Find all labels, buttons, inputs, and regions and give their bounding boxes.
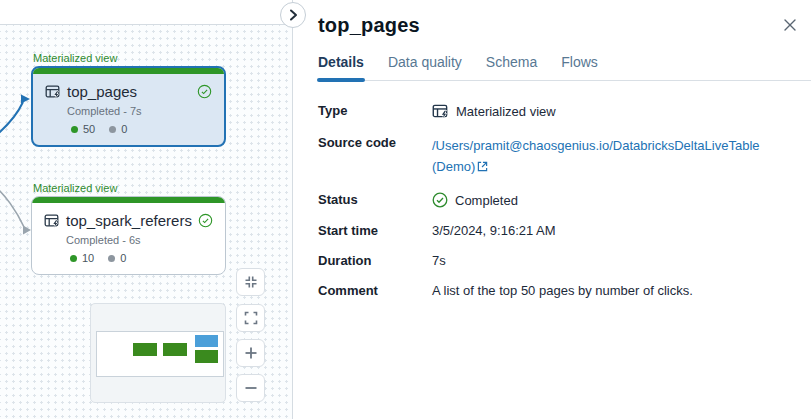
details-list: Type Materialized view Source code bbox=[318, 103, 811, 298]
gray-dot-icon bbox=[109, 126, 116, 133]
node-metric-written: 10 bbox=[70, 252, 94, 264]
external-link-icon bbox=[477, 161, 488, 172]
tab-flows[interactable]: Flows bbox=[561, 54, 598, 80]
graph-node-top-spark-referers[interactable]: top_spark_referers Completed - 6s 10 bbox=[31, 196, 226, 275]
minimap-viewport[interactable] bbox=[96, 331, 224, 377]
check-circle-icon bbox=[432, 192, 448, 208]
minimap-node-selected bbox=[195, 335, 218, 347]
dlt-pipeline-window: Materialized view top_pages bbox=[0, 0, 811, 419]
node-metric-dropped: 0 bbox=[108, 252, 126, 264]
detail-row-start-time: Start time 3/5/2024, 9:16:21 AM bbox=[318, 223, 797, 238]
source-code-link[interactable]: /Users/pramit@chaosgenius.io/DatabricksD… bbox=[432, 138, 760, 174]
materialized-view-icon bbox=[45, 84, 61, 100]
close-icon bbox=[783, 18, 797, 32]
green-dot-icon bbox=[71, 126, 78, 133]
expand-panel-button[interactable] bbox=[280, 2, 306, 28]
detail-row-duration: Duration 7s bbox=[318, 253, 797, 268]
minimap-node bbox=[133, 343, 157, 356]
minimap-node bbox=[163, 343, 187, 356]
materialized-view-icon bbox=[44, 213, 60, 229]
green-dot-icon bbox=[70, 255, 77, 262]
gray-dot-icon bbox=[108, 255, 115, 262]
fit-selection-button[interactable] bbox=[236, 268, 265, 296]
panel-tabs: Details Data quality Schema Flows bbox=[318, 54, 811, 81]
zoom-in-button[interactable] bbox=[236, 339, 265, 367]
pipeline-graph-canvas[interactable]: Materialized view top_pages bbox=[0, 24, 292, 419]
detail-row-type: Type Materialized view bbox=[318, 103, 797, 120]
node-metric-dropped: 0 bbox=[109, 123, 127, 135]
collapse-arrows-icon bbox=[243, 274, 259, 290]
minimap-node bbox=[195, 350, 218, 363]
fullscreen-button[interactable] bbox=[236, 304, 265, 332]
node-name: top_pages bbox=[67, 83, 137, 100]
node-type-label: Materialized view bbox=[33, 182, 117, 194]
tab-data-quality[interactable]: Data quality bbox=[388, 54, 462, 80]
zoom-out-button[interactable] bbox=[236, 374, 265, 402]
graph-minimap[interactable] bbox=[90, 303, 226, 403]
node-status-text: Completed - 6s bbox=[66, 234, 213, 246]
graph-node-top-pages[interactable]: top_pages Completed - 7s 50 bbox=[31, 66, 226, 147]
node-status-text: Completed - 7s bbox=[67, 105, 212, 117]
node-type-label: Materialized view bbox=[33, 52, 117, 64]
detail-row-status: Status Completed bbox=[318, 192, 797, 208]
tab-details[interactable]: Details bbox=[318, 54, 364, 80]
detail-row-source-code: Source code /Users/pramit@chaosgenius.io… bbox=[318, 135, 797, 177]
details-side-panel: top_pages Details Data quality Schema Fl… bbox=[293, 0, 811, 419]
node-success-check-icon bbox=[198, 213, 213, 228]
fullscreen-icon bbox=[243, 310, 259, 326]
node-metric-written: 50 bbox=[71, 123, 95, 135]
materialized-view-icon bbox=[432, 103, 449, 120]
detail-row-comment: Comment A list of the top 50 pages by nu… bbox=[318, 283, 797, 298]
tab-schema[interactable]: Schema bbox=[486, 54, 537, 80]
minus-icon bbox=[243, 380, 259, 396]
node-name: top_spark_referers bbox=[66, 212, 192, 229]
plus-icon bbox=[243, 345, 259, 361]
page-title: top_pages bbox=[318, 14, 811, 37]
close-panel-button[interactable] bbox=[779, 14, 801, 36]
node-success-check-icon bbox=[197, 84, 212, 99]
chevron-right-icon bbox=[288, 9, 298, 21]
